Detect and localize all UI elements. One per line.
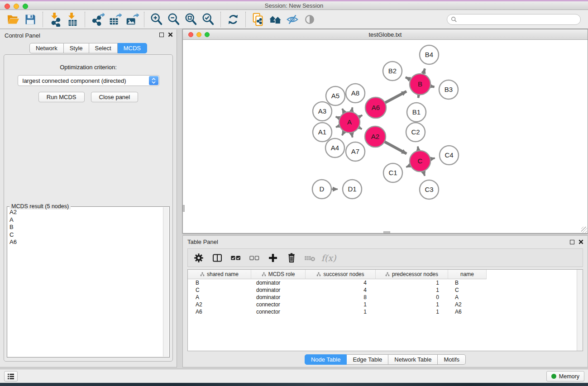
close-table-panel-icon[interactable]: [578, 239, 583, 244]
graph-node-A2[interactable]: A2: [365, 126, 386, 147]
vertical-scrollbar-thumb[interactable]: [183, 205, 185, 212]
table-row[interactable]: Cdominator41C: [188, 286, 583, 294]
window-resize-grip[interactable]: [581, 227, 587, 233]
tab-motifs[interactable]: Motifs: [438, 354, 466, 365]
add-column-icon[interactable]: [266, 251, 280, 265]
function-builder-icon[interactable]: f(x): [321, 251, 336, 265]
search-input[interactable]: [459, 16, 577, 23]
column-header-name[interactable]: name: [448, 270, 487, 279]
column-header-successor-nodes[interactable]: successor nodes: [306, 270, 376, 279]
zoom-in-icon[interactable]: [148, 11, 165, 28]
table-cell-shared-name[interactable]: A6: [188, 308, 251, 315]
graph-node-A1[interactable]: A1: [313, 123, 332, 142]
column-header-predecessor-nodes[interactable]: predecessor nodes: [376, 270, 448, 279]
graph-node-D[interactable]: D: [312, 180, 331, 199]
table-cell-successor-nodes[interactable]: 1: [306, 301, 376, 308]
graph-node-C1[interactable]: C1: [383, 163, 402, 182]
show-panels-icon[interactable]: [301, 11, 318, 28]
criterion-dropdown[interactable]: largest connected component (directed): [18, 75, 159, 86]
column-header-mcds-role[interactable]: MCDS role: [251, 270, 306, 279]
table-row[interactable]: Bdominator41B: [188, 279, 583, 286]
graph-node-A3[interactable]: A3: [313, 102, 332, 121]
table-cell-predecessor-nodes[interactable]: 0: [376, 294, 448, 301]
table-cell-name[interactable]: A2: [448, 301, 487, 308]
table-cell-name[interactable]: A: [448, 294, 487, 301]
export-table-icon[interactable]: [106, 11, 123, 28]
table-cell-mcds-role[interactable]: connector: [251, 308, 306, 315]
tab-edge-table[interactable]: Edge Table: [347, 354, 388, 365]
open-session-icon[interactable]: [5, 11, 22, 28]
result-list-item[interactable]: C: [8, 231, 163, 239]
result-list-scrollbar[interactable]: [163, 207, 169, 357]
table-settings-gear-icon[interactable]: [191, 251, 206, 265]
table-cell-predecessor-nodes[interactable]: 1: [376, 308, 448, 315]
select-all-icon[interactable]: [229, 251, 243, 265]
table-cell-mcds-role[interactable]: dominator: [251, 294, 306, 301]
run-mcds-button[interactable]: Run MCDS: [38, 92, 85, 102]
graph-node-D1[interactable]: D1: [343, 180, 362, 199]
graph-node-A6[interactable]: A6: [365, 97, 386, 118]
network-canvas[interactable]: B4B2BB3A8A5A6A3B1AA1C2A2A4A7C4CC1DD1C3: [183, 40, 588, 233]
table-cell-predecessor-nodes[interactable]: 1: [376, 279, 448, 286]
graph-node-A5[interactable]: A5: [326, 86, 345, 105]
export-network-icon[interactable]: [89, 11, 106, 28]
search-field[interactable]: [447, 14, 581, 25]
network-close-button[interactable]: [188, 32, 193, 37]
deselect-all-icon[interactable]: [247, 251, 262, 265]
home-icon[interactable]: [267, 11, 284, 28]
result-list-item[interactable]: A: [8, 216, 163, 224]
table-cell-successor-nodes[interactable]: 8: [306, 294, 376, 301]
table-cell-mcds-role[interactable]: connector: [251, 301, 306, 308]
horizontal-scrollbar-thumb[interactable]: [383, 231, 390, 233]
table-cell-shared-name[interactable]: A2: [188, 301, 251, 308]
zoom-selected-icon[interactable]: [200, 11, 217, 28]
network-fullscreen-button[interactable]: [205, 32, 210, 37]
tab-select[interactable]: Select: [89, 43, 118, 53]
show-column-panel-icon[interactable]: [210, 251, 225, 265]
table-cell-successor-nodes[interactable]: 4: [306, 279, 376, 286]
table-cell-successor-nodes[interactable]: 1: [306, 308, 376, 315]
import-table-icon[interactable]: [64, 11, 81, 28]
memory-button[interactable]: Memory: [546, 371, 584, 381]
table-cell-shared-name[interactable]: B: [188, 279, 251, 286]
mcds-result-list[interactable]: A2ABCA6: [8, 209, 163, 356]
delete-column-icon[interactable]: [284, 251, 299, 265]
network-window-titlebar[interactable]: testGlobe.txt: [183, 29, 588, 40]
graph-node-C4[interactable]: C4: [440, 146, 459, 165]
refresh-icon[interactable]: [225, 11, 242, 28]
window-titlebar[interactable]: Session: New Session: [0, 1, 588, 10]
save-session-icon[interactable]: [22, 11, 39, 28]
graph-node-A8[interactable]: A8: [346, 84, 365, 103]
graph-node-A4[interactable]: A4: [325, 138, 344, 157]
table-cell-mcds-role[interactable]: dominator: [251, 279, 306, 286]
close-panel-icon[interactable]: [168, 32, 173, 37]
tab-node-table[interactable]: Node Table: [305, 354, 347, 365]
zoom-fit-icon[interactable]: [182, 11, 200, 28]
table-cell-mcds-role[interactable]: dominator: [251, 286, 306, 294]
fullscreen-window-button[interactable]: [23, 4, 28, 9]
tab-network-table[interactable]: Network Table: [388, 354, 438, 365]
table-cell-name[interactable]: C: [448, 286, 487, 294]
close-window-button[interactable]: [5, 4, 10, 9]
table-cell-shared-name[interactable]: A: [188, 294, 251, 301]
table-cell-predecessor-nodes[interactable]: 1: [376, 301, 448, 308]
hide-panels-icon[interactable]: [284, 11, 301, 28]
zoom-out-icon[interactable]: [165, 11, 182, 28]
table-cell-name[interactable]: A6: [448, 308, 487, 315]
tab-mcds[interactable]: MCDS: [118, 43, 147, 53]
tab-style[interactable]: Style: [64, 43, 89, 53]
tab-network[interactable]: Network: [29, 43, 64, 53]
column-header-shared-name[interactable]: shared name: [188, 270, 251, 279]
close-panel-button[interactable]: Close panel: [91, 92, 139, 102]
table-cell-shared-name[interactable]: C: [188, 286, 251, 294]
export-image-icon[interactable]: [123, 11, 140, 28]
result-list-item[interactable]: A6: [8, 238, 163, 246]
import-network-icon[interactable]: [47, 11, 64, 28]
graph-node-A7[interactable]: A7: [346, 142, 365, 161]
graph-node-B[interactable]: B: [410, 74, 430, 95]
network-minimize-button[interactable]: [196, 32, 201, 37]
graph-node-B4[interactable]: B4: [420, 45, 439, 64]
table-row[interactable]: A2connector11A2: [188, 301, 583, 308]
graph-node-C[interactable]: C: [410, 151, 430, 172]
graph-node-B1[interactable]: B1: [407, 103, 426, 122]
